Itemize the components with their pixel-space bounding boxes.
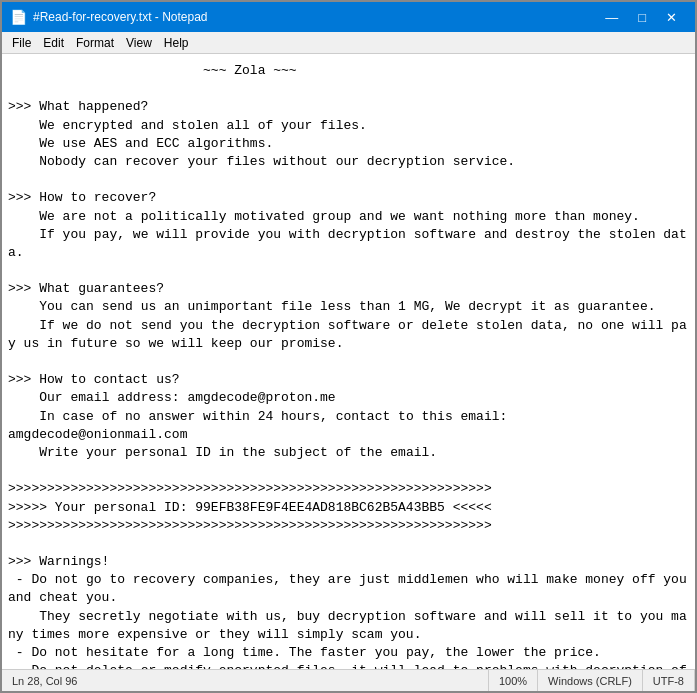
status-bar: Ln 28, Col 96 100% Windows (CRLF) UTF-8 [2, 669, 695, 691]
menu-bar: File Edit Format View Help [2, 32, 695, 54]
window-title: #Read-for-recovery.txt - Notepad [33, 10, 208, 24]
maximize-button[interactable]: □ [628, 9, 656, 26]
menu-view[interactable]: View [120, 34, 158, 52]
minimize-button[interactable]: — [595, 9, 628, 26]
status-position: Ln 28, Col 96 [2, 670, 489, 691]
status-encoding: UTF-8 [643, 670, 695, 691]
title-bar: 📄 #Read-for-recovery.txt - Notepad — □ ✕ [2, 2, 695, 32]
menu-edit[interactable]: Edit [37, 34, 70, 52]
text-editor[interactable]: ~~~ Zola ~~~ >>> What happened? We encry… [2, 54, 695, 669]
menu-format[interactable]: Format [70, 34, 120, 52]
app-icon: 📄 [10, 9, 27, 25]
notepad-window: 📄 #Read-for-recovery.txt - Notepad — □ ✕… [0, 0, 697, 693]
title-bar-left: 📄 #Read-for-recovery.txt - Notepad [10, 9, 208, 25]
status-zoom: 100% [489, 670, 538, 691]
title-controls: — □ ✕ [595, 9, 687, 26]
menu-file[interactable]: File [6, 34, 37, 52]
menu-help[interactable]: Help [158, 34, 195, 52]
status-line-ending: Windows (CRLF) [538, 670, 643, 691]
close-button[interactable]: ✕ [656, 9, 687, 26]
